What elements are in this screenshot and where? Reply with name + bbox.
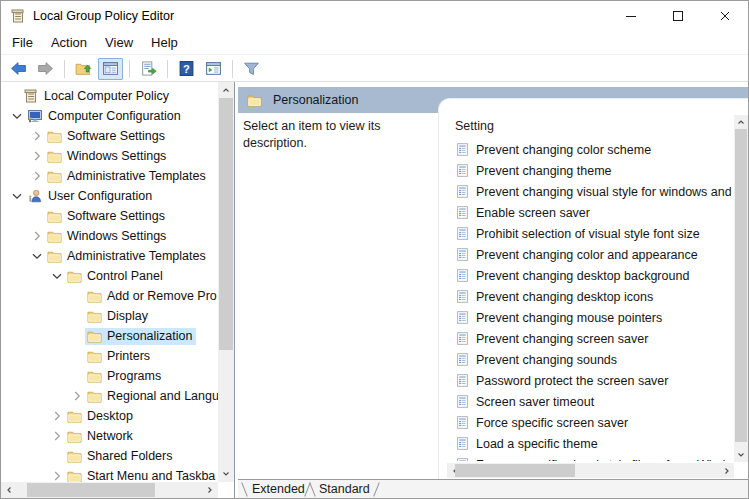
tree-item-content[interactable]: Desktop bbox=[65, 408, 137, 425]
setting-item-screen-saver-timeout[interactable]: Screen saver timeout bbox=[455, 391, 731, 412]
expander-collapsed-icon[interactable] bbox=[29, 128, 45, 144]
toolbar-help-button[interactable]: ? bbox=[174, 58, 199, 80]
tree-item-software-settings[interactable]: Software Settings bbox=[1, 126, 218, 146]
tree-item-printers[interactable]: Printers bbox=[1, 346, 218, 366]
scroll-left-arrow-icon[interactable] bbox=[1, 482, 17, 498]
close-button[interactable] bbox=[701, 1, 748, 31]
tree-item-content[interactable]: Windows Settings bbox=[45, 148, 170, 165]
toolbar-filter-button[interactable] bbox=[239, 58, 264, 80]
tree-item-computer-configuration[interactable]: Computer Configuration bbox=[1, 106, 218, 126]
setting-item-password-protect-the-screen-saver[interactable]: Password protect the screen saver bbox=[455, 370, 731, 391]
setting-item-prevent-changing-desktop-icons[interactable]: Prevent changing desktop icons bbox=[455, 286, 731, 307]
settings-horizontal-scrollbar[interactable] bbox=[447, 463, 734, 478]
maximize-button[interactable] bbox=[654, 1, 701, 31]
tree-item-regional-and-langu[interactable]: Regional and Langu bbox=[1, 386, 218, 406]
scroll-down-arrow-icon[interactable] bbox=[218, 466, 234, 482]
tree-vertical-scrollbar[interactable] bbox=[218, 82, 234, 482]
expander-collapsed-icon[interactable] bbox=[29, 148, 45, 164]
minimize-button[interactable] bbox=[607, 1, 654, 31]
setting-item-prohibit-selection-of-visual-style-font-size[interactable]: Prohibit selection of visual style font … bbox=[455, 223, 731, 244]
tree-item-content[interactable]: Control Panel bbox=[65, 268, 167, 285]
tree-item-windows-settings[interactable]: Windows Settings bbox=[1, 146, 218, 166]
setting-item-enable-screen-saver[interactable]: Enable screen saver bbox=[455, 202, 731, 223]
scroll-down-arrow-icon[interactable] bbox=[734, 448, 748, 462]
tree-item-software-settings[interactable]: Software Settings bbox=[1, 206, 218, 226]
tree-vscroll-thumb[interactable] bbox=[219, 98, 233, 350]
expander-collapsed-icon[interactable] bbox=[49, 408, 65, 424]
tree-item-content[interactable]: Regional and Langu bbox=[85, 388, 218, 405]
expander-expanded-icon[interactable] bbox=[49, 268, 65, 284]
setting-item-load-a-specific-theme[interactable]: Load a specific theme bbox=[455, 433, 731, 454]
expander-expanded-icon[interactable] bbox=[9, 188, 25, 204]
tree-item-content[interactable]: Network bbox=[65, 428, 137, 445]
pane-splitter[interactable] bbox=[234, 82, 235, 498]
menu-view[interactable]: View bbox=[96, 31, 142, 54]
setting-item-prevent-changing-mouse-pointers[interactable]: Prevent changing mouse pointers bbox=[455, 307, 731, 328]
scroll-up-arrow-icon[interactable] bbox=[218, 82, 234, 98]
tree-item-personalization[interactable]: Personalization bbox=[1, 326, 218, 346]
setting-item-prevent-changing-color-and-appearance[interactable]: Prevent changing color and appearance bbox=[455, 244, 731, 265]
tree-item-content[interactable]: Windows Settings bbox=[45, 228, 170, 245]
tree-item-content[interactable]: Shared Folders bbox=[65, 448, 176, 465]
toolbar-show-console-tree-button[interactable] bbox=[98, 58, 123, 80]
setting-item-prevent-changing-theme[interactable]: Prevent changing theme bbox=[455, 160, 731, 181]
tree-item-shared-folders[interactable]: Shared Folders bbox=[1, 446, 218, 466]
tree-item-windows-settings[interactable]: Windows Settings bbox=[1, 226, 218, 246]
tree-item-administrative-templates[interactable]: Administrative Templates bbox=[1, 246, 218, 266]
expander-collapsed-icon[interactable] bbox=[29, 228, 45, 244]
tree-item-local-computer-policy[interactable]: Local Computer Policy bbox=[1, 86, 218, 106]
toolbar-forward-button[interactable] bbox=[33, 58, 58, 80]
tree-item-start-menu-and-taskba[interactable]: Start Menu and Taskba bbox=[1, 466, 218, 482]
tree-item-user-configuration[interactable]: User Configuration bbox=[1, 186, 218, 206]
scroll-up-arrow-icon[interactable] bbox=[734, 115, 748, 129]
setting-item-force-specific-screen-saver[interactable]: Force specific screen saver bbox=[455, 412, 731, 433]
menu-action[interactable]: Action bbox=[42, 31, 96, 54]
expander-collapsed-icon[interactable] bbox=[49, 468, 65, 482]
toolbar-export-list-button[interactable] bbox=[136, 58, 161, 80]
scroll-right-arrow-icon[interactable] bbox=[202, 482, 218, 498]
expander-expanded-icon[interactable] bbox=[29, 248, 45, 264]
tree-item-content[interactable]: Printers bbox=[85, 348, 154, 365]
menu-help[interactable]: Help bbox=[142, 31, 187, 54]
expander-collapsed-icon[interactable] bbox=[69, 388, 85, 404]
toolbar-up-one-level-button[interactable] bbox=[71, 58, 96, 80]
scroll-right-arrow-icon[interactable] bbox=[719, 463, 734, 478]
tree-horizontal-scrollbar[interactable] bbox=[1, 482, 218, 498]
tree-item-content[interactable]: Personalization bbox=[85, 328, 196, 345]
tree-item-content[interactable]: User Configuration bbox=[25, 187, 156, 205]
tree-item-content[interactable]: Administrative Templates bbox=[45, 168, 210, 185]
menu-file[interactable]: File bbox=[3, 31, 42, 54]
toolbar-show-in-new-window-button[interactable] bbox=[201, 58, 226, 80]
tree-item-control-panel[interactable]: Control Panel bbox=[1, 266, 218, 286]
tree-item-content[interactable]: Add or Remove Pro bbox=[85, 288, 218, 305]
toolbar-back-button[interactable] bbox=[6, 58, 31, 80]
setting-item-prevent-changing-visual-style-for-windows-and[interactable]: Prevent changing visual style for window… bbox=[455, 181, 731, 202]
setting-item-prevent-changing-desktop-background[interactable]: Prevent changing desktop background bbox=[455, 265, 731, 286]
tree-item-content[interactable]: Administrative Templates bbox=[45, 248, 210, 265]
tree-item-content[interactable]: Local Computer Policy bbox=[21, 87, 173, 105]
tree-item-content[interactable]: Start Menu and Taskba bbox=[65, 468, 218, 483]
tree-item-desktop[interactable]: Desktop bbox=[1, 406, 218, 426]
tree-item-content[interactable]: Software Settings bbox=[45, 128, 169, 145]
settings-hscroll-thumb[interactable] bbox=[455, 464, 575, 477]
tree-item-programs[interactable]: Programs bbox=[1, 366, 218, 386]
expander-collapsed-icon[interactable] bbox=[29, 168, 45, 184]
tree-item-content[interactable]: Computer Configuration bbox=[25, 107, 185, 125]
tree-item-add-or-remove-pro[interactable]: Add or Remove Pro bbox=[1, 286, 218, 306]
tree-item-display[interactable]: Display bbox=[1, 306, 218, 326]
setting-item-prevent-changing-color-scheme[interactable]: Prevent changing color scheme bbox=[455, 139, 731, 160]
expander-collapsed-icon[interactable] bbox=[49, 428, 65, 444]
tree-item-content[interactable]: Programs bbox=[85, 368, 165, 385]
title-bar[interactable]: Local Group Policy Editor bbox=[1, 1, 748, 31]
tree-item-administrative-templates[interactable]: Administrative Templates bbox=[1, 166, 218, 186]
tree-hscroll-thumb[interactable] bbox=[27, 483, 155, 497]
tree-item-network[interactable]: Network bbox=[1, 426, 218, 446]
tree-item-content[interactable]: Display bbox=[85, 308, 152, 325]
expander-expanded-icon[interactable] bbox=[9, 108, 25, 124]
setting-item-force-a-specific-visual-style-file-or-force-wind[interactable]: Force a specific visual style file or fo… bbox=[455, 454, 731, 461]
settings-vertical-scrollbar[interactable] bbox=[734, 115, 748, 462]
tab-standard[interactable]: Standard bbox=[319, 482, 370, 496]
tab-extended[interactable]: Extended bbox=[252, 482, 305, 496]
setting-item-prevent-changing-screen-saver[interactable]: Prevent changing screen saver bbox=[455, 328, 731, 349]
setting-item-prevent-changing-sounds[interactable]: Prevent changing sounds bbox=[455, 349, 731, 370]
